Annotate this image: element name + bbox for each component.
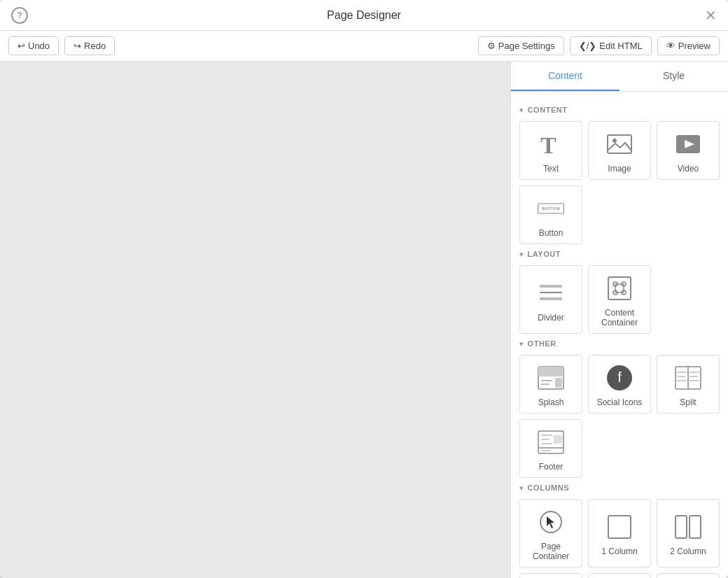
columns-items-grid: Page Container 1 Column [519, 499, 720, 578]
svg-rect-9 [540, 297, 562, 300]
split-icon [673, 362, 704, 393]
undo-button[interactable]: ↩ Undo [8, 36, 59, 55]
divider-icon [536, 278, 566, 309]
chevron-icon: ▾ [519, 106, 524, 114]
eye-icon: 👁 [666, 41, 676, 51]
sidebar-tabs: Content Style [511, 62, 728, 92]
edit-html-label: Edit HTML [599, 41, 642, 51]
item-image-label: Image [608, 164, 631, 174]
item-text[interactable]: T Text [519, 121, 582, 180]
svg-point-2 [612, 139, 617, 143]
chevron-icon-2: ▾ [519, 251, 524, 258]
svg-rect-1 [608, 135, 631, 153]
image-icon [604, 129, 635, 160]
text-icon: T [536, 129, 566, 160]
code-icon: ❮/❯ [579, 41, 597, 51]
item-video-label: Video [678, 164, 699, 174]
video-icon [673, 129, 704, 160]
item-splash[interactable]: Splash [519, 355, 582, 414]
section-columns-header: ▾ COLUMNS [519, 484, 720, 492]
item-splash-label: Splash [538, 397, 564, 407]
page-settings-button[interactable]: ⚙ Page Settings [478, 36, 564, 55]
item-4-column[interactable]: 4 Column [588, 573, 651, 578]
social-icons-icon: f [604, 362, 635, 393]
item-divider-label: Divider [538, 313, 564, 323]
item-3-column[interactable]: 3 Column [519, 573, 582, 578]
undo-label: Undo [28, 41, 50, 51]
svg-rect-40 [554, 435, 562, 444]
tab-content[interactable]: Content [511, 62, 620, 91]
window-title: Page Designer [327, 9, 401, 22]
item-social-icons[interactable]: f Social Icons [588, 355, 651, 414]
item-content-container-label: Content Container [593, 308, 646, 327]
chevron-icon-4: ▾ [519, 484, 524, 492]
svg-rect-20 [538, 367, 564, 376]
toolbar: ↩ Undo ↪ Redo ⚙ Page Settings ❮/❯ Edit H… [0, 31, 728, 62]
close-button[interactable]: ✕ [705, 8, 717, 22]
svg-rect-44 [676, 516, 687, 538]
item-footer[interactable]: Footer [519, 419, 582, 478]
item-button-label: Button [539, 228, 564, 238]
sidebar-panel[interactable]: ▾ CONTENT T Text [511, 92, 728, 578]
item-divider[interactable]: Divider [519, 265, 582, 334]
svg-rect-10 [608, 277, 631, 299]
2-column-icon [673, 512, 704, 542]
preview-label: Preview [678, 41, 710, 51]
gear-icon: ⚙ [487, 41, 496, 51]
svg-marker-42 [547, 516, 554, 528]
section-layout-header: ▾ LAYOUT [519, 250, 720, 258]
svg-rect-8 [540, 292, 562, 293]
chevron-icon-3: ▾ [519, 340, 524, 348]
sidebar: Content Style ▾ CONTENT T [511, 62, 728, 578]
item-sidebar-left[interactable]: Sidebar Left [657, 573, 720, 578]
page-container-icon [536, 507, 566, 537]
footer-icon [536, 427, 566, 458]
item-2-column[interactable]: 2 Column [657, 499, 720, 568]
undo-icon: ↩ [18, 41, 25, 51]
content-items-grid: T Text I [519, 121, 720, 244]
1-column-icon [604, 512, 635, 542]
item-video[interactable]: Video [657, 121, 720, 180]
svg-rect-7 [540, 285, 562, 288]
button-icon: BUTTON [536, 193, 566, 224]
svg-rect-23 [555, 378, 562, 388]
item-social-icons-label: Social Icons [597, 397, 643, 407]
item-1-column-label: 1 Column [601, 547, 637, 556]
section-content-label: CONTENT [528, 106, 568, 114]
title-bar: ? Page Designer ✕ [0, 0, 728, 31]
svg-rect-43 [608, 516, 631, 538]
section-content-header: ▾ CONTENT [519, 106, 720, 114]
item-button[interactable]: BUTTON Button [519, 185, 582, 244]
main-area: Content Style ▾ CONTENT T [0, 62, 728, 578]
item-image[interactable]: Image [588, 121, 651, 180]
content-container-icon [604, 273, 635, 304]
edit-html-button[interactable]: ❮/❯ Edit HTML [570, 36, 652, 55]
other-items-grid: Splash f Social Icons [519, 355, 720, 478]
help-icon[interactable]: ? [11, 7, 28, 24]
tab-style[interactable]: Style [620, 62, 728, 91]
item-page-container-label: Page Container [524, 542, 578, 561]
item-content-container[interactable]: Content Container [588, 265, 651, 334]
page-settings-label: Page Settings [498, 41, 555, 51]
preview-button[interactable]: 👁 Preview [657, 36, 720, 55]
splash-icon [536, 362, 566, 393]
svg-rect-45 [690, 516, 701, 538]
item-page-container[interactable]: Page Container [519, 499, 582, 568]
section-layout-label: LAYOUT [528, 250, 561, 258]
toolbar-right: ⚙ Page Settings ❮/❯ Edit HTML 👁 Preview [478, 36, 720, 55]
item-footer-label: Footer [539, 462, 564, 472]
svg-text:f: f [617, 369, 622, 385]
redo-button[interactable]: ↪ Redo [64, 36, 115, 55]
item-2-column-label: 2 Column [670, 547, 706, 556]
item-split[interactable]: Split [657, 355, 720, 414]
redo-icon: ↪ [74, 41, 81, 51]
svg-text:T: T [540, 132, 556, 157]
redo-label: Redo [84, 41, 106, 51]
item-split-label: Split [680, 397, 696, 407]
item-1-column[interactable]: 1 Column [588, 499, 651, 568]
item-text-label: Text [543, 164, 559, 174]
svg-text:BUTTON: BUTTON [542, 206, 560, 211]
canvas[interactable] [0, 62, 511, 578]
section-other-header: ▾ OTHER [519, 339, 720, 348]
main-window: ? Page Designer ✕ ↩ Undo ↪ Redo ⚙ Page S… [0, 0, 728, 578]
